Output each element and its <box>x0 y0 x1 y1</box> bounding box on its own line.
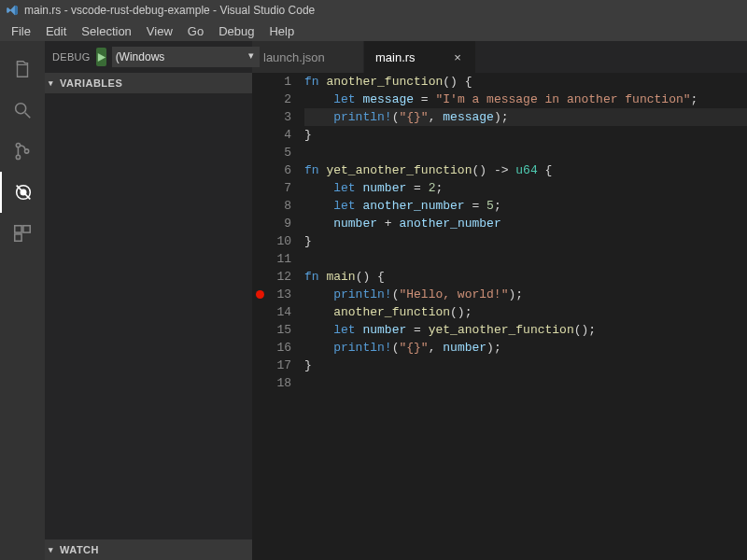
line-number: 16 <box>267 339 304 357</box>
activity-search[interactable] <box>0 90 45 131</box>
code-line[interactable]: fn yet_another_function() -> u64 { <box>304 161 747 179</box>
line-number: 6 <box>267 161 304 179</box>
menu-edit[interactable]: Edit <box>38 24 74 38</box>
menu-selection[interactable]: Selection <box>74 24 138 38</box>
svg-point-7 <box>21 189 26 195</box>
variables-label: VARIABLES <box>60 77 122 89</box>
gutter-line[interactable]: 17 <box>252 357 304 374</box>
line-number: 18 <box>267 374 304 392</box>
activity-extensions[interactable] <box>0 213 45 254</box>
line-number: 11 <box>267 250 304 268</box>
debug-config-select[interactable] <box>112 47 260 67</box>
line-number: 10 <box>267 232 304 250</box>
code-line[interactable]: println!("{}", number); <box>304 339 747 357</box>
line-number: 13 <box>267 286 304 303</box>
code-line[interactable]: } <box>304 126 747 144</box>
code-line[interactable]: fn main() { <box>304 268 747 286</box>
code-line[interactable]: println!("Hello, world!"); <box>304 286 747 303</box>
gutter-line[interactable]: 5 <box>252 144 304 161</box>
gutter-line[interactable]: 6 <box>252 161 304 179</box>
editor-area: launch.json main.rs × 123456789101112131… <box>252 41 747 560</box>
menu-debug[interactable]: Debug <box>211 24 261 38</box>
code-line[interactable]: } <box>304 232 747 250</box>
svg-point-4 <box>24 149 28 153</box>
window-titlebar: main.rs - vscode-rust-debug-example - Vi… <box>0 0 747 21</box>
line-number: 8 <box>267 197 304 215</box>
menu-help[interactable]: Help <box>261 24 302 38</box>
chevron-down-icon: ▾ <box>49 78 60 88</box>
watch-header[interactable]: ▾ WATCH <box>45 539 252 560</box>
code-line[interactable]: println!("{}", message); <box>304 108 747 126</box>
gutter-line[interactable]: 16 <box>252 339 304 357</box>
line-number: 4 <box>267 126 304 144</box>
line-number: 17 <box>267 357 304 374</box>
line-number: 7 <box>267 179 304 197</box>
line-number: 15 <box>267 321 304 339</box>
code-line[interactable]: let message = "I'm a message in another … <box>304 91 747 108</box>
editor-tabbar: launch.json main.rs × <box>252 41 747 73</box>
tab-label: launch.json <box>263 50 325 64</box>
editor-content[interactable]: fn another_function() { let message = "I… <box>304 73 747 560</box>
variables-section: ▾ VARIABLES <box>45 73 252 539</box>
code-line[interactable] <box>304 374 747 392</box>
code-line[interactable]: number + another_number <box>304 215 747 232</box>
gutter-line[interactable]: 7 <box>252 179 304 197</box>
activity-debug[interactable] <box>0 172 45 213</box>
gutter-line[interactable]: 3 <box>252 108 304 126</box>
code-line[interactable] <box>304 144 747 161</box>
window-title: main.rs - vscode-rust-debug-example - Vi… <box>24 4 315 17</box>
vscode-icon <box>6 4 19 17</box>
gutter-line[interactable]: 8 <box>252 197 304 215</box>
breakpoint-icon[interactable] <box>256 290 264 299</box>
gutter-line[interactable]: 10 <box>252 232 304 250</box>
svg-point-2 <box>16 143 20 147</box>
gutter-line[interactable]: 14 <box>252 303 304 321</box>
code-line[interactable]: let number = 2; <box>304 179 747 197</box>
tab-launch-json[interactable]: launch.json <box>252 41 364 73</box>
gutter-line[interactable]: 13 <box>252 286 304 303</box>
line-number: 2 <box>267 91 304 108</box>
start-debug-button[interactable] <box>96 48 106 66</box>
activity-scm[interactable] <box>0 131 45 172</box>
menu-file[interactable]: File <box>4 24 38 38</box>
variables-header[interactable]: ▾ VARIABLES <box>45 73 252 93</box>
code-line[interactable]: let number = yet_another_function(); <box>304 321 747 339</box>
svg-rect-9 <box>23 226 30 232</box>
tab-label: main.rs <box>375 50 416 64</box>
editor-gutter[interactable]: 123456789101112131415161718 <box>252 73 304 560</box>
watch-section: ▾ WATCH <box>45 539 252 560</box>
line-number: 1 <box>267 73 304 91</box>
gutter-line[interactable]: 1 <box>252 73 304 91</box>
watch-label: WATCH <box>60 544 99 555</box>
tab-main-rs[interactable]: main.rs × <box>364 41 476 73</box>
debug-sidebar: DEBUG ▾ VARIABLES ▾ WATCH <box>45 41 252 560</box>
gutter-line[interactable]: 2 <box>252 91 304 108</box>
gutter-line[interactable]: 18 <box>252 374 304 392</box>
gutter-line[interactable]: 4 <box>252 126 304 144</box>
code-line[interactable]: } <box>304 357 747 374</box>
close-icon[interactable]: × <box>451 50 464 64</box>
gutter-line[interactable]: 9 <box>252 215 304 232</box>
menu-go[interactable]: Go <box>180 24 211 38</box>
activity-explorer[interactable] <box>0 49 45 90</box>
gutter-line[interactable]: 15 <box>252 321 304 339</box>
svg-rect-8 <box>15 226 21 232</box>
gutter-line[interactable]: 11 <box>252 250 304 268</box>
code-line[interactable] <box>304 250 747 268</box>
line-number: 9 <box>267 215 304 232</box>
activity-bar <box>0 41 45 560</box>
gutter-line[interactable]: 12 <box>252 268 304 286</box>
code-line[interactable]: another_function(); <box>304 303 747 321</box>
breakpoint-slot[interactable] <box>252 290 267 299</box>
svg-rect-10 <box>15 234 21 241</box>
menubar: File Edit Selection View Go Debug Help <box>0 21 747 41</box>
debug-toolbar: DEBUG <box>45 41 252 73</box>
line-number: 14 <box>267 303 304 321</box>
code-line[interactable]: fn another_function() { <box>304 73 747 91</box>
code-editor[interactable]: 123456789101112131415161718 fn another_f… <box>252 73 747 560</box>
debug-label: DEBUG <box>52 51 91 63</box>
line-number: 12 <box>267 268 304 286</box>
menu-view[interactable]: View <box>139 24 180 38</box>
svg-point-0 <box>16 104 26 114</box>
code-line[interactable]: let another_number = 5; <box>304 197 747 215</box>
